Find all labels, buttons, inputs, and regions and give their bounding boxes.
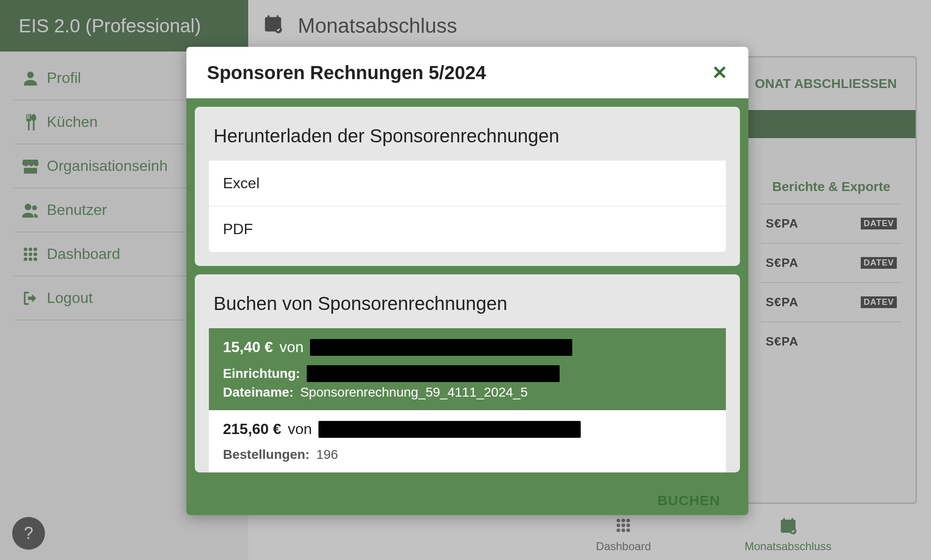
booking-list: 15,40 € von Einrichtung: Dateiname: Spon… — [209, 328, 726, 472]
booking-von: von — [280, 339, 304, 356]
booking-amount: 215,60 € — [223, 420, 281, 438]
booking-von: von — [288, 420, 312, 438]
redacted-sponsor-name — [310, 339, 572, 356]
booking-bestellungen-label: Bestellungen: — [223, 447, 310, 462]
download-card: Herunterladen der Sponsorenrechnungen Ex… — [195, 107, 740, 266]
download-excel[interactable]: Excel — [209, 161, 726, 206]
book-card-title: Buchen von Sponsorenrechnungen — [209, 288, 726, 328]
redacted-sponsor-name — [318, 421, 581, 438]
booking-dateiname-label: Dateiname: — [223, 385, 294, 400]
book-card: Buchen von Sponsorenrechnungen 15,40 € v… — [195, 274, 740, 472]
redacted-einrichtung — [307, 365, 560, 382]
download-pdf[interactable]: PDF — [209, 206, 726, 252]
sponsor-invoices-modal: Sponsoren Rechnungen 5/2024 ✕ Herunterla… — [186, 47, 748, 515]
booking-bestellungen: 196 — [316, 447, 338, 462]
booking-amount: 15,40 € — [223, 339, 273, 356]
booking-item[interactable]: 15,40 € von Einrichtung: Dateiname: Spon… — [209, 328, 726, 410]
booking-einrichtung-label: Einrichtung: — [223, 366, 300, 381]
close-icon[interactable]: ✕ — [712, 62, 728, 83]
buchen-button[interactable]: BUCHEN — [658, 493, 720, 508]
booking-dateiname: Sponsorenrechnung_59_4111_2024_5 — [300, 385, 528, 400]
modal-header: Sponsoren Rechnungen 5/2024 ✕ — [186, 47, 748, 98]
modal-title: Sponsoren Rechnungen 5/2024 — [207, 62, 486, 83]
modal-body: Herunterladen der Sponsorenrechnungen Ex… — [186, 98, 748, 515]
booking-item[interactable]: 215,60 € von Bestellungen: 196 — [209, 410, 726, 472]
download-card-title: Herunterladen der Sponsorenrechnungen — [209, 121, 726, 161]
